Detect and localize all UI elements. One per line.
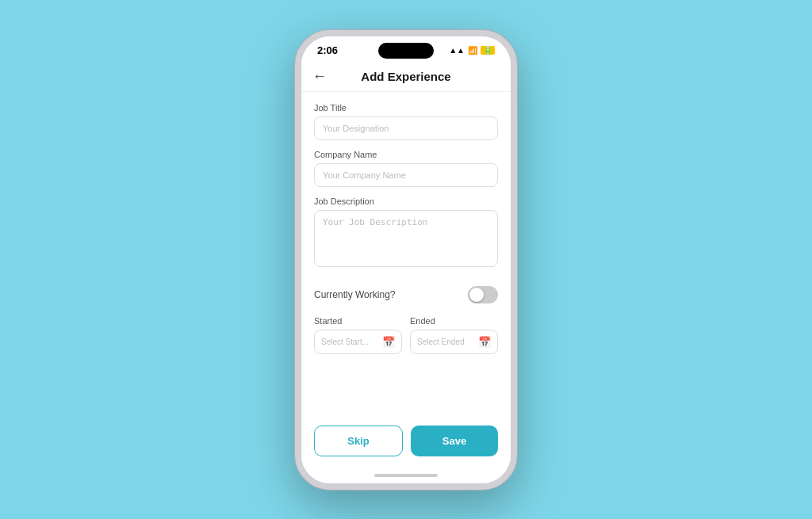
- toggle-knob: [469, 288, 484, 302]
- company-name-input[interactable]: [314, 163, 498, 187]
- started-label: Started: [314, 316, 402, 326]
- form-content: Job Title Company Name Job Description C…: [301, 92, 511, 418]
- header: ← Add Experience: [301, 62, 511, 92]
- date-row: Started Select Start... 📅 Ended Select E…: [314, 316, 498, 354]
- skip-button[interactable]: Skip: [314, 426, 403, 456]
- job-title-input[interactable]: [314, 116, 498, 140]
- back-button[interactable]: ←: [312, 68, 327, 85]
- page-title: Add Experience: [361, 70, 450, 83]
- status-bar: 2:06 ▲▲ 📶 🔋: [301, 36, 511, 62]
- wifi-icon: 📶: [468, 46, 477, 55]
- ended-input[interactable]: Select Ended 📅: [410, 330, 498, 354]
- signal-icon: ▲▲: [449, 46, 465, 55]
- currently-working-toggle[interactable]: [468, 286, 498, 303]
- ended-calendar-icon: 📅: [478, 336, 491, 348]
- job-description-label: Job Description: [314, 197, 498, 206]
- ended-group: Ended Select Ended 📅: [410, 316, 498, 354]
- ended-placeholder: Select Ended: [417, 338, 465, 346]
- job-description-group: Job Description: [314, 197, 498, 270]
- job-title-group: Job Title: [314, 103, 498, 140]
- dynamic-island: [378, 43, 434, 59]
- status-icons: ▲▲ 📶 🔋: [449, 46, 495, 55]
- home-indicator: [374, 474, 438, 477]
- ended-label: Ended: [410, 316, 498, 326]
- bottom-buttons: Skip Save: [301, 418, 511, 469]
- phone-wrapper: 2:06 ▲▲ 📶 🔋 ← Add Experience Job Title: [295, 30, 517, 490]
- company-name-label: Company Name: [314, 150, 498, 159]
- status-time: 2:06: [317, 44, 338, 56]
- job-title-label: Job Title: [314, 103, 498, 113]
- phone-frame: 2:06 ▲▲ 📶 🔋 ← Add Experience Job Title: [295, 30, 517, 490]
- started-input[interactable]: Select Start... 📅: [314, 330, 402, 354]
- started-placeholder: Select Start...: [321, 338, 369, 346]
- save-button[interactable]: Save: [411, 426, 498, 456]
- screen: ← Add Experience Job Title Company Name …: [301, 62, 511, 483]
- battery-icon: 🔋: [481, 46, 495, 55]
- started-calendar-icon: 📅: [382, 336, 395, 348]
- company-name-group: Company Name: [314, 150, 498, 187]
- started-group: Started Select Start... 📅: [314, 316, 402, 354]
- currently-working-row: Currently Working?: [314, 280, 498, 310]
- currently-working-label: Currently Working?: [314, 289, 395, 300]
- job-description-input[interactable]: [314, 210, 498, 267]
